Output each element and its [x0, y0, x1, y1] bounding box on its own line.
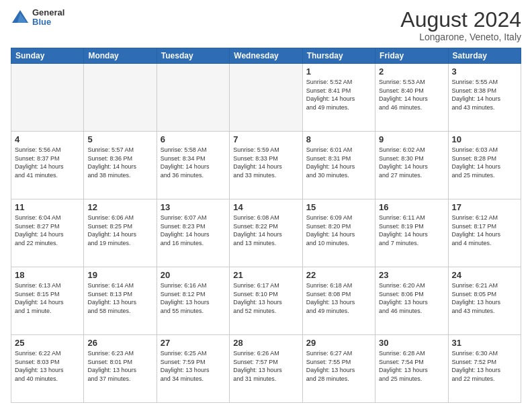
logo-text: General Blue [32, 8, 64, 28]
calendar-cell-w3-d5: 23Sunrise: 6:20 AM Sunset: 8:06 PM Dayli… [375, 267, 448, 335]
day-number-9: 9 [379, 134, 444, 144]
day-number-25: 25 [15, 338, 80, 348]
day-number-2: 2 [379, 66, 444, 77]
calendar-cell-w0-d4: 1Sunrise: 5:52 AM Sunset: 8:41 PM Daylig… [302, 64, 375, 132]
header-sunday: Sunday [11, 48, 84, 64]
calendar-cell-w2-d2: 13Sunrise: 6:07 AM Sunset: 8:23 PM Dayli… [157, 199, 229, 267]
calendar-cell-w0-d6: 3Sunrise: 5:55 AM Sunset: 8:38 PM Daylig… [448, 64, 521, 132]
calendar-cell-w4-d2: 27Sunrise: 6:25 AM Sunset: 7:59 PM Dayli… [157, 335, 229, 403]
calendar-cell-w2-d3: 14Sunrise: 6:08 AM Sunset: 8:22 PM Dayli… [230, 199, 302, 267]
calendar-cell-w0-d2 [157, 64, 229, 132]
calendar-cell-w4-d1: 26Sunrise: 6:23 AM Sunset: 8:01 PM Dayli… [84, 335, 157, 403]
day-number-22: 22 [306, 270, 371, 280]
day-info-1: Sunrise: 5:52 AM Sunset: 8:41 PM Dayligh… [306, 78, 371, 111]
header: General Blue August 2024 Longarone, Vene… [11, 8, 521, 42]
calendar-cell-w4-d4: 29Sunrise: 6:27 AM Sunset: 7:55 PM Dayli… [302, 335, 375, 403]
header-saturday: Saturday [448, 48, 521, 64]
calendar-cell-w0-d3 [230, 64, 302, 132]
day-number-20: 20 [161, 270, 226, 280]
day-info-11: Sunrise: 6:04 AM Sunset: 8:27 PM Dayligh… [15, 214, 80, 247]
day-info-16: Sunrise: 6:11 AM Sunset: 8:19 PM Dayligh… [379, 214, 444, 247]
logo: General Blue [11, 8, 64, 28]
calendar-cell-w3-d3: 21Sunrise: 6:17 AM Sunset: 8:10 PM Dayli… [230, 267, 302, 335]
calendar-cell-w4-d0: 25Sunrise: 6:22 AM Sunset: 8:03 PM Dayli… [11, 335, 84, 403]
day-info-13: Sunrise: 6:07 AM Sunset: 8:23 PM Dayligh… [161, 214, 226, 247]
calendar-table: Sunday Monday Tuesday Wednesday Thursday… [11, 48, 521, 403]
calendar-cell-w2-d0: 11Sunrise: 6:04 AM Sunset: 8:27 PM Dayli… [11, 199, 84, 267]
calendar-cell-w1-d2: 6Sunrise: 5:58 AM Sunset: 8:34 PM Daylig… [157, 132, 229, 199]
calendar-cell-w4-d6: 31Sunrise: 6:30 AM Sunset: 7:52 PM Dayli… [448, 335, 521, 403]
day-info-19: Sunrise: 6:14 AM Sunset: 8:13 PM Dayligh… [87, 281, 152, 315]
day-info-15: Sunrise: 6:09 AM Sunset: 8:20 PM Dayligh… [306, 214, 371, 247]
day-info-28: Sunrise: 6:26 AM Sunset: 7:57 PM Dayligh… [233, 349, 298, 383]
day-number-5: 5 [87, 134, 152, 144]
day-number-6: 6 [161, 134, 226, 144]
day-info-7: Sunrise: 5:59 AM Sunset: 8:33 PM Dayligh… [233, 146, 298, 179]
day-info-27: Sunrise: 6:25 AM Sunset: 7:59 PM Dayligh… [161, 349, 226, 383]
day-info-8: Sunrise: 6:01 AM Sunset: 8:31 PM Dayligh… [306, 146, 371, 179]
day-number-16: 16 [379, 202, 444, 212]
calendar-cell-w2-d4: 15Sunrise: 6:09 AM Sunset: 8:20 PM Dayli… [302, 199, 375, 267]
day-number-15: 15 [306, 202, 371, 212]
calendar-cell-w3-d1: 19Sunrise: 6:14 AM Sunset: 8:13 PM Dayli… [84, 267, 157, 335]
week-row-3: 18Sunrise: 6:13 AM Sunset: 8:15 PM Dayli… [11, 267, 521, 335]
day-info-26: Sunrise: 6:23 AM Sunset: 8:01 PM Dayligh… [87, 349, 152, 383]
calendar-cell-w4-d3: 28Sunrise: 6:26 AM Sunset: 7:57 PM Dayli… [230, 335, 302, 403]
calendar-cell-w0-d1 [84, 64, 157, 132]
day-number-17: 17 [452, 202, 517, 212]
calendar-cell-w2-d6: 17Sunrise: 6:12 AM Sunset: 8:17 PM Dayli… [448, 199, 521, 267]
day-number-3: 3 [452, 66, 517, 77]
day-info-24: Sunrise: 6:21 AM Sunset: 8:05 PM Dayligh… [452, 281, 517, 315]
day-info-14: Sunrise: 6:08 AM Sunset: 8:22 PM Dayligh… [233, 214, 298, 247]
day-number-24: 24 [452, 270, 517, 280]
day-number-27: 27 [161, 338, 226, 348]
header-friday: Friday [375, 48, 448, 64]
week-row-0: 1Sunrise: 5:52 AM Sunset: 8:41 PM Daylig… [11, 64, 521, 132]
day-number-23: 23 [379, 270, 444, 280]
day-info-29: Sunrise: 6:27 AM Sunset: 7:55 PM Dayligh… [306, 349, 371, 383]
calendar-cell-w3-d0: 18Sunrise: 6:13 AM Sunset: 8:15 PM Dayli… [11, 267, 84, 335]
day-info-18: Sunrise: 6:13 AM Sunset: 8:15 PM Dayligh… [15, 281, 80, 315]
day-number-4: 4 [15, 134, 80, 144]
day-number-28: 28 [233, 338, 298, 348]
day-info-23: Sunrise: 6:20 AM Sunset: 8:06 PM Dayligh… [379, 281, 444, 315]
calendar-cell-w1-d4: 8Sunrise: 6:01 AM Sunset: 8:31 PM Daylig… [302, 132, 375, 199]
day-number-29: 29 [306, 338, 371, 348]
day-info-21: Sunrise: 6:17 AM Sunset: 8:10 PM Dayligh… [233, 281, 298, 315]
logo-icon [11, 8, 30, 27]
day-info-6: Sunrise: 5:58 AM Sunset: 8:34 PM Dayligh… [161, 146, 226, 179]
calendar-cell-w4-d5: 30Sunrise: 6:28 AM Sunset: 7:54 PM Dayli… [375, 335, 448, 403]
day-number-26: 26 [87, 338, 152, 348]
calendar-cell-w3-d4: 22Sunrise: 6:18 AM Sunset: 8:08 PM Dayli… [302, 267, 375, 335]
calendar-cell-w1-d6: 10Sunrise: 6:03 AM Sunset: 8:28 PM Dayli… [448, 132, 521, 199]
title-block: August 2024 Longarone, Veneto, Italy [400, 8, 521, 42]
calendar-cell-w1-d5: 9Sunrise: 6:02 AM Sunset: 8:30 PM Daylig… [375, 132, 448, 199]
week-row-4: 25Sunrise: 6:22 AM Sunset: 8:03 PM Dayli… [11, 335, 521, 403]
page: General Blue August 2024 Longarone, Vene… [0, 0, 532, 411]
day-info-10: Sunrise: 6:03 AM Sunset: 8:28 PM Dayligh… [452, 146, 517, 179]
day-info-31: Sunrise: 6:30 AM Sunset: 7:52 PM Dayligh… [452, 349, 517, 383]
day-number-12: 12 [87, 202, 152, 212]
calendar-body: 1Sunrise: 5:52 AM Sunset: 8:41 PM Daylig… [11, 64, 521, 403]
calendar-cell-w1-d3: 7Sunrise: 5:59 AM Sunset: 8:33 PM Daylig… [230, 132, 302, 199]
day-info-2: Sunrise: 5:53 AM Sunset: 8:40 PM Dayligh… [379, 78, 444, 111]
day-info-30: Sunrise: 6:28 AM Sunset: 7:54 PM Dayligh… [379, 349, 444, 383]
calendar-cell-w0-d5: 2Sunrise: 5:53 AM Sunset: 8:40 PM Daylig… [375, 64, 448, 132]
header-monday: Monday [84, 48, 157, 64]
day-info-17: Sunrise: 6:12 AM Sunset: 8:17 PM Dayligh… [452, 214, 517, 247]
day-info-22: Sunrise: 6:18 AM Sunset: 8:08 PM Dayligh… [306, 281, 371, 315]
logo-general-text: General [32, 8, 64, 17]
calendar-cell-w0-d0 [11, 64, 84, 132]
day-info-5: Sunrise: 5:57 AM Sunset: 8:36 PM Dayligh… [87, 146, 152, 179]
day-number-14: 14 [233, 202, 298, 212]
day-info-20: Sunrise: 6:16 AM Sunset: 8:12 PM Dayligh… [161, 281, 226, 315]
logo-blue-text: Blue [32, 17, 64, 27]
week-row-2: 11Sunrise: 6:04 AM Sunset: 8:27 PM Dayli… [11, 199, 521, 267]
calendar-cell-w2-d5: 16Sunrise: 6:11 AM Sunset: 8:19 PM Dayli… [375, 199, 448, 267]
calendar-cell-w3-d2: 20Sunrise: 6:16 AM Sunset: 8:12 PM Dayli… [157, 267, 229, 335]
day-number-18: 18 [15, 270, 80, 280]
calendar-cell-w2-d1: 12Sunrise: 6:06 AM Sunset: 8:25 PM Dayli… [84, 199, 157, 267]
weekday-header-row: Sunday Monday Tuesday Wednesday Thursday… [11, 48, 521, 64]
day-info-12: Sunrise: 6:06 AM Sunset: 8:25 PM Dayligh… [87, 214, 152, 247]
day-number-13: 13 [161, 202, 226, 212]
